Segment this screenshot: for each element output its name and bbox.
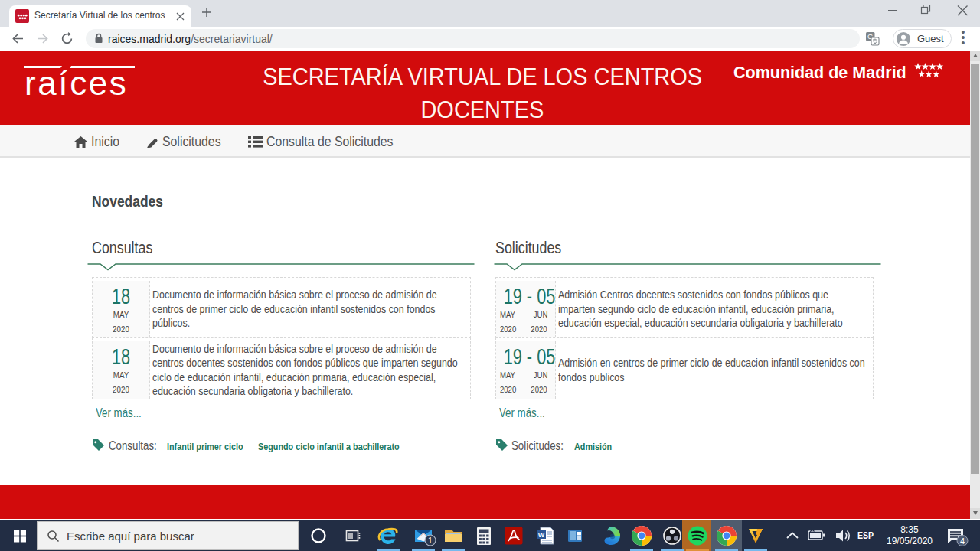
svg-text:1: 1 <box>428 536 433 545</box>
svg-text:4: 4 <box>960 536 965 546</box>
svg-text:W: W <box>538 531 545 539</box>
